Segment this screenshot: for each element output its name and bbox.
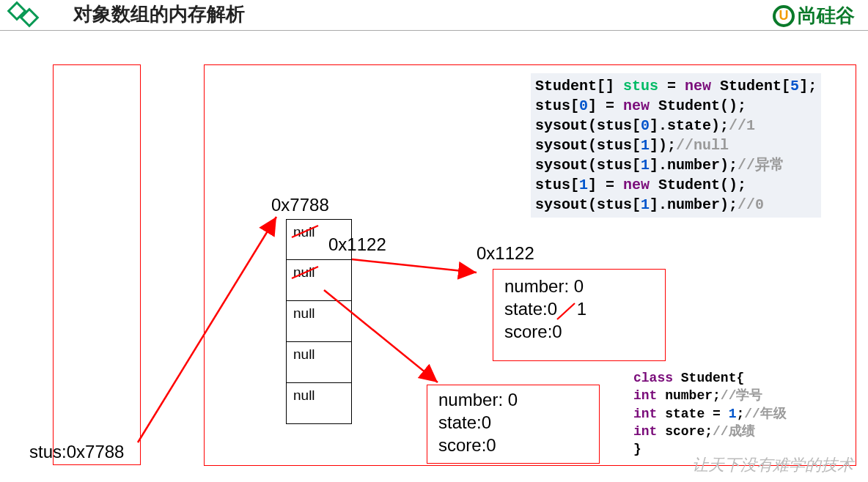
object1-fields: number: 0 state:0 1 score:0 xyxy=(504,275,586,344)
brand: U 尚硅谷 xyxy=(773,3,855,29)
watermark-text: 让天下没有难学的技术 xyxy=(692,454,853,476)
obj1-state-old: state:0 xyxy=(504,299,557,319)
brand-icon: U xyxy=(773,5,795,27)
code-class: class Student{ int number;//学号 int state… xyxy=(633,369,787,458)
obj1-state-new: 1 xyxy=(577,299,586,319)
stack-frame-box xyxy=(53,64,141,465)
array-cell-3: null xyxy=(286,342,352,383)
obj1-number: number: 0 xyxy=(504,275,586,297)
obj2-number: number: 0 xyxy=(438,388,518,411)
diamonds-icon xyxy=(6,0,40,29)
obj2-state: state:0 xyxy=(438,411,518,434)
page-title: 对象数组的内存解析 xyxy=(73,1,245,27)
array-cell-2: null xyxy=(286,301,352,342)
array-cell-1: null xyxy=(286,260,352,301)
array-address-label: 0x7788 xyxy=(271,195,329,215)
header: 对象数组的内存解析 U 尚硅谷 xyxy=(0,0,868,31)
array-cell-4: null xyxy=(286,383,352,424)
code-main: Student[] stus = new Student[5]; stus[0]… xyxy=(531,73,821,218)
obj1-score: score:0 xyxy=(504,320,586,343)
obj1-address-label: 0x1122 xyxy=(477,243,534,264)
stack-var-stus: stus:0x7788 xyxy=(29,442,124,462)
obj2-score: score:0 xyxy=(438,434,518,456)
brand-text: 尚硅谷 xyxy=(798,3,855,29)
object2-fields: number: 0 state:0 score:0 xyxy=(438,388,518,457)
cell0-pointer-label: 0x1122 xyxy=(328,234,386,255)
